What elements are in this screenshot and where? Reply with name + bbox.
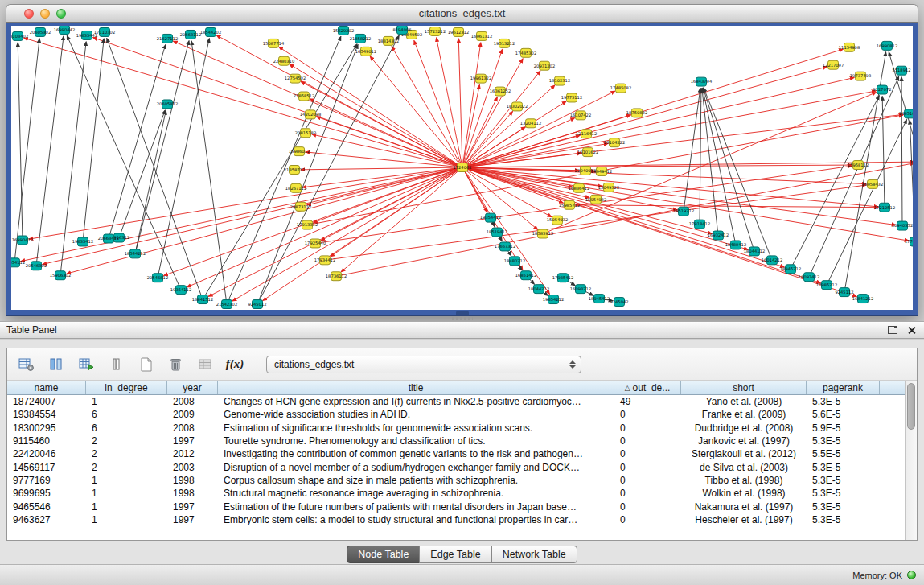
network-node[interactable]: 21542302	[216, 300, 237, 309]
float-panel-icon[interactable]	[888, 326, 897, 334]
network-edge[interactable]	[462, 167, 878, 207]
column-header-pagerank[interactable]: pagerank	[807, 381, 880, 394]
network-edge[interactable]	[462, 67, 827, 167]
network-node[interactable]: 9245012	[248, 300, 266, 309]
delete-table-icon[interactable]	[164, 354, 187, 375]
network-edge[interactable]	[684, 88, 700, 211]
network-node[interactable]: 21858212	[350, 34, 371, 43]
network-edge[interactable]	[36, 36, 64, 266]
network-node[interactable]: 16958432	[862, 179, 883, 188]
network-node[interactable]: 16014212	[762, 256, 782, 265]
tab-network-table[interactable]: Network Table	[491, 546, 577, 563]
network-table-selector[interactable]: citations_edges.txt	[266, 356, 581, 373]
table-row[interactable]: 977716911998Corpus callosum shape and si…	[7, 474, 905, 487]
network-node[interactable]: 14651012	[899, 109, 913, 118]
panel-splitter[interactable]	[452, 317, 473, 320]
network-node[interactable]: 19654212	[543, 295, 564, 304]
network-node[interactable]: 18044112	[744, 247, 765, 256]
column-header-name[interactable]: name	[7, 381, 86, 394]
network-node[interactable]: 17985212	[816, 281, 837, 290]
network-edge[interactable]	[187, 167, 462, 287]
table-row[interactable]: 2242004622012Investigating the contribut…	[7, 447, 905, 460]
network-node[interactable]: 16851412	[515, 271, 536, 280]
network-edge[interactable]	[107, 38, 203, 299]
network-node[interactable]: 19737493	[850, 72, 871, 80]
network-edge[interactable]	[882, 97, 885, 208]
network-edge[interactable]	[370, 56, 462, 167]
network-node[interactable]: 9245042	[610, 298, 628, 307]
table-row[interactable]: 1830029562008Estimation of significance …	[7, 422, 905, 435]
network-node[interactable]: 16093412	[799, 273, 819, 282]
network-node[interactable]: 18044212	[528, 285, 549, 294]
network-node[interactable]: 16836412	[569, 183, 589, 192]
network-node[interactable]: 19354112	[170, 286, 191, 295]
network-node[interactable]: 18544212	[125, 249, 146, 258]
network-node[interactable]: 16104222	[604, 138, 625, 147]
vertical-scrollbar[interactable]	[905, 381, 917, 540]
network-edge[interactable]	[437, 38, 462, 167]
network-node[interactable]: 18750832	[626, 109, 647, 117]
network-edge[interactable]	[392, 47, 462, 167]
network-node[interactable]: 20546812	[147, 274, 168, 282]
network-node[interactable]: 18814302	[378, 36, 399, 45]
column-header-year[interactable]: year	[167, 381, 218, 394]
network-node[interactable]: 17985412	[552, 274, 573, 282]
network-node[interactable]: 18267112	[285, 183, 306, 192]
network-node[interactable]: 16549012	[355, 47, 376, 56]
network-edge[interactable]	[312, 134, 462, 167]
network-edge[interactable]	[700, 89, 701, 225]
network-node[interactable]: 22480310	[273, 56, 294, 65]
network-node[interactable]: 17766312	[905, 237, 913, 246]
network-node[interactable]: 16961312	[471, 31, 492, 40]
network-node[interactable]: 11154908	[839, 43, 860, 51]
network-edge[interactable]	[109, 45, 166, 239]
network-edge[interactable]	[462, 84, 479, 167]
table-row[interactable]: 1872400712008Changes of HCN gene express…	[7, 395, 905, 408]
network-edge[interactable]	[191, 41, 227, 304]
network-edge[interactable]	[232, 167, 462, 301]
network-node[interactable]: 16101622	[577, 148, 598, 157]
network-edge[interactable]	[462, 91, 876, 167]
zoom-window-button[interactable]	[56, 9, 66, 19]
network-node[interactable]: 9245112	[835, 288, 853, 297]
column-header-short[interactable]: short	[681, 381, 807, 394]
table-row[interactable]: 1938455462009Genome-wide association stu…	[7, 408, 905, 421]
network-node[interactable]: 15629202	[333, 26, 354, 35]
network-node[interactable]: 20873112	[290, 202, 311, 211]
network-edge[interactable]	[119, 110, 165, 238]
network-node[interactable]: 17485082	[610, 84, 631, 93]
network-node[interactable]: 16093212	[570, 285, 591, 294]
network-node[interactable]: 15723212	[425, 27, 446, 35]
network-node[interactable]: 12116412	[576, 130, 597, 138]
network-node[interactable]: 17918412	[689, 220, 710, 229]
network-edge[interactable]	[158, 39, 209, 278]
merge-columns-icon[interactable]	[105, 354, 127, 375]
network-node[interactable]: 20663112	[180, 30, 201, 39]
network-edge[interactable]	[414, 40, 462, 167]
function-builder-icon[interactable]: f(x)	[224, 354, 246, 375]
column-header-out-degree[interactable]: △ out_de...	[614, 381, 681, 394]
network-node[interactable]: 13204112	[520, 119, 541, 128]
network-node[interactable]: 20605302	[30, 27, 51, 36]
network-node[interactable]: 15954982	[585, 195, 606, 204]
network-node[interactable]: 16841212	[852, 295, 873, 303]
network-node[interactable]: 16841512	[192, 295, 213, 304]
network-node[interactable]: 16990812	[877, 41, 897, 50]
network-node[interactable]: 17667312	[495, 242, 515, 251]
network-edge[interactable]	[458, 39, 462, 167]
new-file-icon[interactable]	[134, 354, 157, 375]
network-node[interactable]: 19633412	[72, 237, 93, 246]
network-edge[interactable]	[809, 76, 899, 277]
network-node[interactable]: 19612312	[448, 27, 469, 36]
network-node[interactable]: 19775112	[561, 93, 582, 102]
network-edge[interactable]	[216, 35, 462, 167]
view-resize-grip[interactable]	[456, 311, 469, 315]
network-node[interactable]: 17934412	[314, 256, 335, 265]
table-row[interactable]: 946554611997Estimation of the future num…	[7, 500, 905, 513]
network-node[interactable]: 19961322	[470, 74, 491, 83]
network-node[interactable]: 15986012	[289, 147, 310, 156]
network-node[interactable]: 21054112	[11, 258, 25, 267]
tab-node-table[interactable]: Node Table	[347, 546, 420, 563]
network-node[interactable]: 15949412	[591, 167, 612, 176]
network-node[interactable]: 21358712	[284, 166, 305, 175]
